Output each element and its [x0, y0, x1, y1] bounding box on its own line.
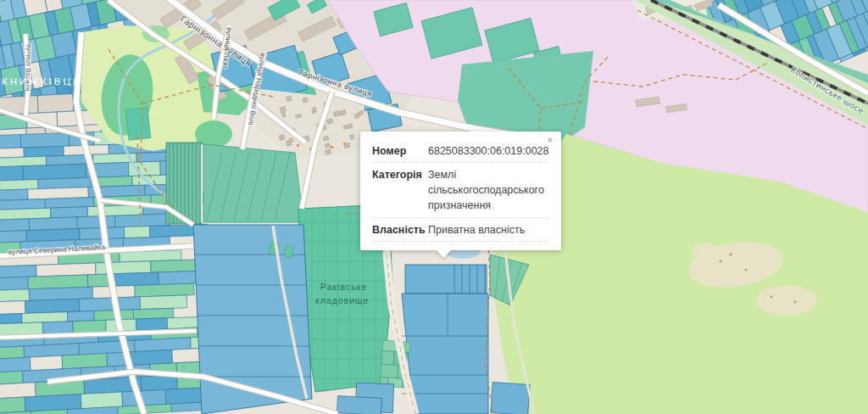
parcel-ownership-label: Власність: [372, 222, 428, 238]
cemetery-label-line1: Раківське: [320, 282, 367, 292]
parcel-category-label: Категорія: [372, 167, 428, 213]
farm-parcels[interactable]: [192, 225, 314, 414]
parcel-info-popup: × Номер 6825083300:06:019:0028 Категорія…: [360, 131, 561, 250]
cemetery-label-line2: кладовище: [315, 295, 369, 305]
parcel-category-value: Землі сільськогосподарського призначення: [428, 167, 549, 213]
parcel-ownership-value: Приватна власність: [428, 222, 549, 238]
cadastral-map-app: КНИЖКІВЦІГарнізонна вулицяГарнізонна вул…: [0, 0, 868, 414]
parcel-category-row: Категорія Землі сільськогосподарського п…: [372, 163, 549, 217]
parcel-ownership-row: Власність Приватна власність: [372, 218, 549, 242]
parcel-number-value: 6825083300:06:019:0028: [428, 143, 549, 159]
place-label-knyzhkivtsi: КНИЖКІВЦІ: [2, 76, 78, 87]
popup-close-button[interactable]: ×: [544, 134, 556, 147]
parcel-number-row: Номер 6825083300:06:019:0028: [372, 139, 549, 163]
parcel-number-label: Номер: [372, 143, 428, 159]
